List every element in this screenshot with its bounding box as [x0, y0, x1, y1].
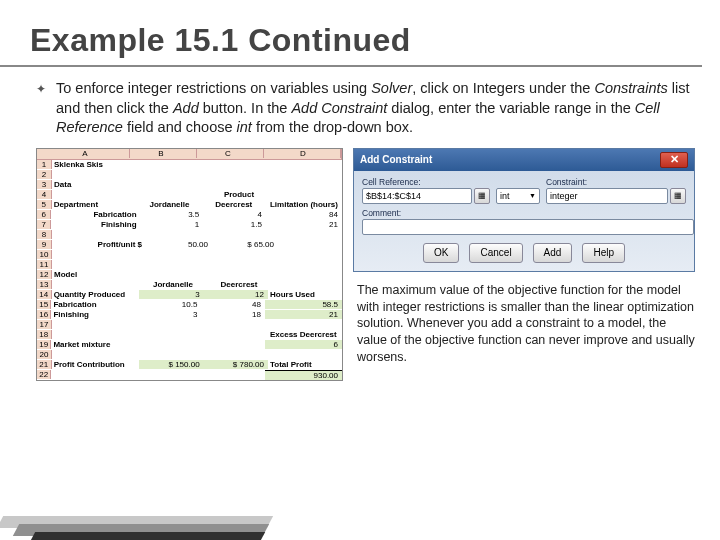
cell: Jordanelle: [139, 200, 203, 209]
cell: 3: [139, 290, 203, 299]
cell: Limitation (hours): [268, 200, 342, 209]
cell: Data: [52, 180, 142, 189]
cell: 48: [201, 300, 265, 309]
constraint-label: Constraint:: [546, 177, 686, 187]
cell: Finishing: [51, 310, 137, 319]
cell: 4: [203, 210, 266, 219]
bullet-icon: ✦: [36, 81, 46, 97]
cell: Finishing: [51, 220, 140, 229]
cell: Deercrest: [204, 200, 268, 209]
cell: Total Profit: [268, 360, 342, 369]
cell: Deercrest: [208, 280, 274, 289]
cell: 6: [265, 340, 342, 349]
comment-input[interactable]: [362, 219, 694, 235]
operator-select[interactable]: int ▼: [496, 188, 540, 204]
caption-text: The maximum value of the objective funct…: [353, 280, 704, 366]
cell: 50.00: [146, 240, 212, 249]
cell: 12: [204, 290, 268, 299]
cell: 10.5: [138, 300, 202, 309]
cell: Fabrication: [51, 210, 140, 219]
cell: 3.5: [141, 210, 204, 219]
ok-button[interactable]: OK: [423, 243, 459, 263]
cell: Hours Used: [268, 290, 342, 299]
cell: $ 780.00: [204, 360, 268, 369]
close-button[interactable]: ✕: [660, 152, 688, 168]
spreadsheet: A B C D 1Sklenka Skis 2 3Data 4Product 5…: [36, 148, 343, 381]
col-D: D: [264, 149, 341, 158]
range-picker-icon[interactable]: ▦: [474, 188, 490, 204]
cell: $ 65.00: [212, 240, 278, 249]
dialog-title: Add Constraint: [360, 154, 432, 165]
cell: Sklenka Skis: [52, 160, 142, 169]
intro-paragraph: ✦ To enforce integer restrictions on var…: [0, 67, 720, 148]
cell: 18: [201, 310, 265, 319]
cell: Quantity Produced: [52, 290, 140, 299]
col-B: B: [130, 149, 197, 158]
cell: 84: [266, 210, 342, 219]
page-title: Example 15.1 Continued: [0, 0, 702, 67]
cell-reference-input[interactable]: $B$14:$C$14: [362, 188, 472, 204]
cell: 21: [266, 220, 342, 229]
cell: Profit/unit $: [52, 240, 146, 249]
cell: 58.5: [265, 300, 342, 309]
cell: Jordanelle: [142, 280, 208, 289]
cell: 3: [138, 310, 202, 319]
chevron-down-icon: ▼: [529, 189, 536, 203]
cell: 1: [141, 220, 204, 229]
cell: Department: [52, 200, 140, 209]
cell: 21: [265, 310, 342, 319]
constraint-input[interactable]: integer: [546, 188, 668, 204]
comment-label: Comment:: [362, 208, 686, 218]
cell: Fabrication: [51, 300, 137, 309]
cell: Model: [52, 270, 142, 279]
cell: Market mixture: [51, 340, 137, 349]
cell: 930.00: [265, 370, 342, 380]
cell: Profit Contribution: [52, 360, 140, 369]
cell: $ 150.00: [139, 360, 203, 369]
help-button[interactable]: Help: [582, 243, 625, 263]
intro-text: To enforce integer restrictions on varia…: [56, 80, 690, 135]
col-A: A: [39, 149, 130, 158]
cell: Product: [208, 190, 274, 199]
cell: 1.5: [203, 220, 266, 229]
cellref-label: Cell Reference:: [362, 177, 490, 187]
cancel-button[interactable]: Cancel: [469, 243, 522, 263]
col-C: C: [197, 149, 264, 158]
operator-value: int: [500, 189, 510, 203]
add-button[interactable]: Add: [533, 243, 573, 263]
cell: Excess Deercrest: [268, 330, 342, 339]
add-constraint-dialog: Add Constraint ✕ Cell Reference: $B$14:$…: [353, 148, 695, 272]
decorative-swoosh: [0, 508, 290, 540]
range-picker-icon[interactable]: ▦: [670, 188, 686, 204]
